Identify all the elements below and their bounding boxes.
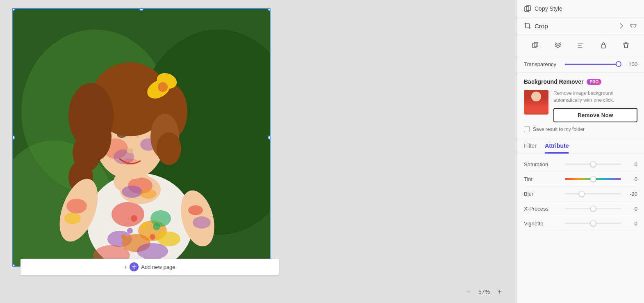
forward-icon[interactable] bbox=[617, 22, 625, 30]
pro-badge: PRO bbox=[587, 79, 601, 85]
svg-point-43 bbox=[66, 199, 87, 213]
svg-point-17 bbox=[140, 189, 157, 199]
crop-icons-right bbox=[617, 22, 637, 30]
svg-point-48 bbox=[142, 222, 147, 227]
vignette-row: Vignette 0 bbox=[524, 216, 637, 231]
saturation-label: Saturation bbox=[524, 161, 561, 168]
vignette-label: Vignette bbox=[524, 220, 561, 227]
save-result-label: Save result to my folder bbox=[533, 126, 585, 132]
svg-point-5 bbox=[112, 202, 144, 227]
blur-label: Blur bbox=[524, 191, 561, 197]
resize-handle-tr[interactable] bbox=[268, 8, 271, 11]
zoom-minus-button[interactable]: − bbox=[464, 287, 473, 297]
transparency-value: 100 bbox=[625, 61, 637, 67]
crop-section: Crop bbox=[517, 18, 644, 34]
svg-point-8 bbox=[150, 210, 171, 227]
thumb-head bbox=[531, 92, 541, 101]
svg-point-50 bbox=[153, 223, 160, 230]
bg-remover-thumbnail bbox=[524, 90, 548, 115]
flip-icon[interactable] bbox=[629, 22, 637, 30]
zoom-plus-button[interactable]: + bbox=[495, 287, 505, 297]
bg-remover-desc: Remove image background automatically wi… bbox=[553, 90, 637, 104]
toolbar-trash-button[interactable] bbox=[619, 39, 633, 52]
zoom-level: 57% bbox=[478, 289, 490, 295]
svg-point-16 bbox=[122, 186, 142, 198]
tabs-section: Filter Attribute bbox=[517, 138, 644, 154]
svg-point-49 bbox=[127, 228, 133, 234]
xprocess-thumb[interactable] bbox=[590, 206, 596, 211]
bg-remover-title: Background Remover bbox=[524, 78, 583, 85]
svg-point-44 bbox=[193, 216, 211, 229]
vignette-value: 0 bbox=[625, 220, 637, 227]
xprocess-value: 0 bbox=[625, 206, 637, 212]
saturation-thumb[interactable] bbox=[590, 161, 596, 167]
svg-point-10 bbox=[157, 232, 180, 246]
xprocess-slider[interactable] bbox=[565, 208, 621, 209]
svg-point-12 bbox=[137, 243, 168, 259]
svg-rect-57 bbox=[601, 45, 605, 48]
add-page-icon bbox=[130, 262, 139, 271]
blur-thumb[interactable] bbox=[579, 191, 585, 197]
saturation-row: Saturation 0 bbox=[524, 157, 637, 172]
save-result-row: Save result to my folder bbox=[524, 126, 637, 132]
vignette-thumb[interactable] bbox=[590, 220, 596, 226]
crop-label: Crop bbox=[535, 23, 548, 30]
thumb-person bbox=[524, 90, 548, 115]
attributes-section: Saturation 0 Tint 0 Blur -20 X-Process bbox=[517, 154, 644, 234]
xprocess-row: X-Process 0 bbox=[524, 202, 637, 216]
right-panel: Copy Style Crop bbox=[517, 0, 644, 303]
canvas-wrapper: + Add new page bbox=[12, 8, 271, 275]
resize-handle-mr[interactable] bbox=[268, 135, 271, 140]
toolbar-copy-button[interactable] bbox=[529, 39, 542, 52]
copy-style-section[interactable]: Copy Style bbox=[517, 0, 644, 18]
svg-point-36 bbox=[157, 132, 181, 165]
canvas-area: + Add new page − 57% + bbox=[0, 0, 517, 303]
tint-thumb[interactable] bbox=[590, 176, 596, 182]
blur-row: Blur -20 bbox=[524, 187, 637, 202]
tab-filter[interactable]: Filter bbox=[524, 142, 537, 154]
crop-icon bbox=[524, 22, 531, 30]
transparency-fill bbox=[565, 64, 621, 65]
resize-handle-bl[interactable] bbox=[12, 264, 15, 267]
photo-content bbox=[13, 9, 270, 266]
tint-slider[interactable] bbox=[565, 178, 621, 180]
zoom-controls: − 57% + bbox=[464, 287, 505, 297]
bg-remover-section: Background Remover PRO Remove image back… bbox=[517, 73, 644, 138]
copy-style-label: Copy Style bbox=[535, 5, 562, 12]
transparency-thumb[interactable] bbox=[616, 61, 621, 67]
blur-slider[interactable] bbox=[565, 193, 621, 195]
saturation-slider[interactable] bbox=[565, 163, 621, 165]
tab-attribute[interactable]: Attribute bbox=[545, 142, 569, 154]
svg-point-29 bbox=[127, 148, 133, 153]
transparency-label: Transparency bbox=[524, 61, 561, 67]
copy-style-icon bbox=[524, 5, 531, 12]
toolbar-lock-button[interactable] bbox=[597, 39, 610, 52]
save-result-checkbox[interactable] bbox=[524, 126, 530, 132]
svg-point-51 bbox=[121, 234, 126, 239]
svg-point-52 bbox=[150, 234, 155, 240]
svg-point-45 bbox=[64, 213, 81, 224]
svg-point-47 bbox=[131, 215, 137, 222]
bg-remover-right: Remove image background automatically wi… bbox=[553, 90, 637, 122]
crop-main[interactable]: Crop bbox=[524, 22, 548, 30]
svg-point-28 bbox=[122, 158, 138, 165]
svg-point-40 bbox=[158, 82, 168, 92]
tint-row: Tint 0 bbox=[524, 172, 637, 187]
toolbar-icons bbox=[517, 34, 644, 56]
transparency-section: Transparency 100 bbox=[517, 56, 644, 73]
remove-now-button[interactable]: Remove Now bbox=[553, 108, 637, 122]
toolbar-align-button[interactable] bbox=[574, 39, 587, 52]
tint-value: 0 bbox=[625, 176, 637, 182]
add-page-bar[interactable]: + Add new page bbox=[20, 259, 279, 275]
xprocess-label: X-Process bbox=[524, 206, 561, 212]
tint-label: Tint bbox=[524, 176, 561, 182]
image-frame bbox=[12, 8, 271, 267]
saturation-value: 0 bbox=[625, 161, 637, 168]
bg-remover-title-row: Background Remover PRO bbox=[524, 78, 637, 85]
blur-value: -20 bbox=[625, 191, 637, 197]
vignette-slider[interactable] bbox=[565, 223, 621, 224]
svg-point-46 bbox=[188, 205, 203, 215]
toolbar-layers-button[interactable] bbox=[551, 39, 564, 52]
add-page-label: Add new page bbox=[141, 264, 175, 270]
transparency-slider[interactable] bbox=[565, 64, 621, 65]
